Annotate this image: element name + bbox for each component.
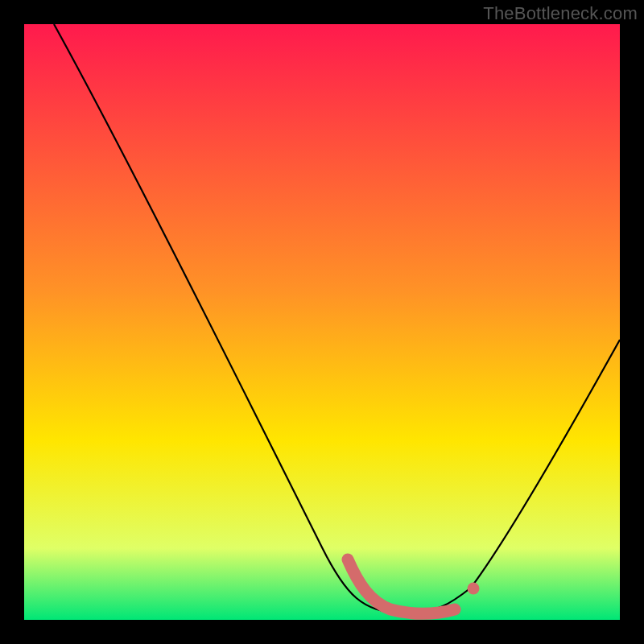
chart-svg <box>24 24 620 620</box>
chart-frame: TheBottleneck.com <box>0 0 644 644</box>
plot-area <box>24 24 620 620</box>
gradient-bg <box>24 24 620 620</box>
optimal-zone-right-dot <box>468 583 480 595</box>
watermark-text: TheBottleneck.com <box>483 3 638 24</box>
